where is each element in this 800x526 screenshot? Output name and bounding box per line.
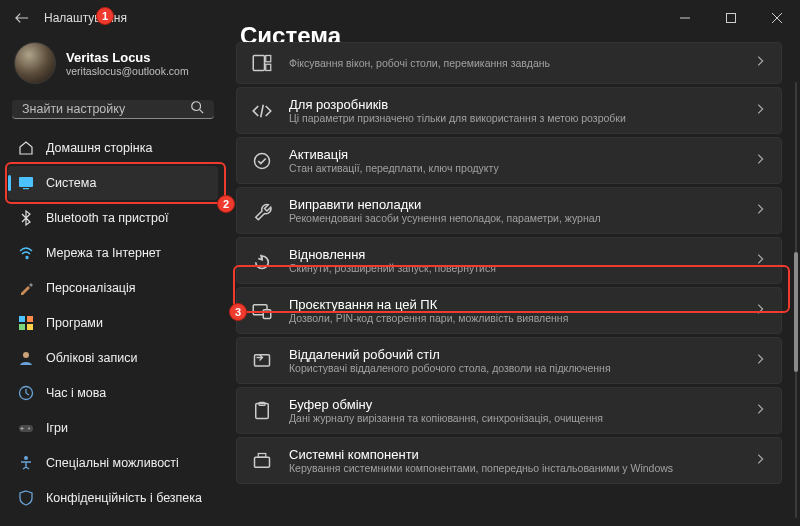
- home-icon: [18, 140, 34, 156]
- time-icon: [18, 385, 34, 401]
- settings-item-activation[interactable]: АктиваціяСтан активації, передплати, клю…: [236, 137, 782, 184]
- nav-list: Домашня сторінкаСистемаBluetooth та прис…: [4, 131, 222, 526]
- chevron-right-icon: [753, 152, 767, 170]
- system-icon: [18, 175, 34, 191]
- item-title: Відновлення: [289, 247, 753, 262]
- settings-item-multitask[interactable]: Фіксування вікон, робочі столи, перемика…: [236, 42, 782, 84]
- item-subtitle: Скинути, розширений запуск, повернутися: [289, 262, 753, 274]
- nav-item-time[interactable]: Час і мова: [8, 376, 218, 410]
- chevron-right-icon: [753, 452, 767, 470]
- item-title: Проєктування на цей ПК: [289, 297, 753, 312]
- components-icon: [251, 450, 273, 472]
- wifi-icon: [18, 245, 34, 261]
- nav-label: Облікові записи: [46, 351, 138, 365]
- recovery-icon: [251, 250, 273, 272]
- profile-email: veritaslocus@outlook.com: [66, 65, 189, 77]
- bluetooth-icon: [18, 210, 34, 226]
- profile-block[interactable]: Veritas Locus veritaslocus@outlook.com: [4, 36, 222, 100]
- search-box[interactable]: [12, 100, 214, 119]
- nav-item-apps[interactable]: Програми: [8, 306, 218, 340]
- item-subtitle: Фіксування вікон, робочі столи, перемика…: [289, 57, 753, 69]
- chevron-right-icon: [753, 252, 767, 270]
- profile-name: Veritas Locus: [66, 50, 189, 65]
- svg-point-1: [192, 102, 201, 111]
- nav-item-home[interactable]: Домашня сторінка: [8, 131, 218, 165]
- item-title: Для розробників: [289, 97, 753, 112]
- annotation-badge-1: 1: [96, 7, 114, 25]
- settings-item-dev[interactable]: Для розробниківЦі параметри призначено т…: [236, 87, 782, 134]
- settings-item-remote[interactable]: Віддалений робочий стілКористувачі відда…: [236, 337, 782, 384]
- nav-item-brush[interactable]: Персоналізація: [8, 271, 218, 305]
- item-subtitle: Дані журналу вирізання та копіювання, си…: [289, 412, 753, 424]
- games-icon: [18, 420, 34, 436]
- item-title: Віддалений робочий стіл: [289, 347, 753, 362]
- settings-item-troubleshoot[interactable]: Виправити неполадкиРекомендовані засоби …: [236, 187, 782, 234]
- nav-item-system[interactable]: Система: [8, 166, 218, 200]
- search-icon: [190, 100, 204, 118]
- project-icon: [251, 300, 273, 322]
- item-subtitle: Дозволи, PIN-код створення пари, можливі…: [289, 312, 753, 324]
- nav-item-bluetooth[interactable]: Bluetooth та пристрої: [8, 201, 218, 235]
- nav-label: Спеціальні можливості: [46, 456, 179, 470]
- item-title: Виправити неполадки: [289, 197, 753, 212]
- item-subtitle: Керування системними компонентами, попер…: [289, 462, 753, 474]
- item-title: Системні компоненти: [289, 447, 753, 462]
- item-title: Активація: [289, 147, 753, 162]
- nav-label: Ігри: [46, 421, 68, 435]
- settings-item-project[interactable]: Проєктування на цей ПКДозволи, PIN-код с…: [236, 287, 782, 334]
- settings-item-recovery[interactable]: ВідновленняСкинути, розширений запуск, п…: [236, 237, 782, 284]
- nav-item-wifi[interactable]: Мережа та Інтернет: [8, 236, 218, 270]
- sidebar: Veritas Locus veritaslocus@outlook.com Д…: [0, 36, 226, 526]
- account-icon: [18, 350, 34, 366]
- nav-item-update[interactable]: Windows Update: [8, 516, 218, 526]
- dev-icon: [251, 100, 273, 122]
- apps-icon: [18, 315, 34, 331]
- nav-label: Домашня сторінка: [46, 141, 152, 155]
- nav-item-privacy[interactable]: Конфіденційність і безпека: [8, 481, 218, 515]
- item-subtitle: Стан активації, передплати, ключ продукт…: [289, 162, 753, 174]
- scrollbar-thumb[interactable]: [794, 252, 798, 372]
- clipboard-icon: [251, 400, 273, 422]
- nav-label: Bluetooth та пристрої: [46, 211, 168, 225]
- settings-item-components[interactable]: Системні компонентиКерування системними …: [236, 437, 782, 484]
- main-panel: Система Фіксування вікон, робочі столи, …: [226, 22, 800, 526]
- item-subtitle: Користувачі віддаленого робочого стола, …: [289, 362, 753, 374]
- window-title: Налаштування: [44, 11, 127, 25]
- privacy-icon: [18, 490, 34, 506]
- avatar: [14, 42, 56, 84]
- search-input[interactable]: [22, 102, 172, 116]
- nav-label: Персоналізація: [46, 281, 136, 295]
- access-icon: [18, 455, 34, 471]
- remote-icon: [251, 350, 273, 372]
- nav-item-account[interactable]: Облікові записи: [8, 341, 218, 375]
- settings-item-clipboard[interactable]: Буфер обмінуДані журналу вирізання та ко…: [236, 387, 782, 434]
- annotation-badge-2: 2: [217, 195, 235, 213]
- item-subtitle: Рекомендовані засоби усунення неполадок,…: [289, 212, 753, 224]
- chevron-right-icon: [753, 402, 767, 420]
- item-subtitle: Ці параметри призначено тільки для викор…: [289, 112, 753, 124]
- chevron-right-icon: [753, 102, 767, 120]
- troubleshoot-icon: [251, 200, 273, 222]
- activation-icon: [251, 150, 273, 172]
- nav-label: Конфіденційність і безпека: [46, 491, 202, 505]
- nav-label: Час і мова: [46, 386, 106, 400]
- chevron-right-icon: [753, 352, 767, 370]
- item-title: Буфер обміну: [289, 397, 753, 412]
- chevron-right-icon: [753, 202, 767, 220]
- back-button[interactable]: [14, 10, 30, 26]
- nav-item-access[interactable]: Спеціальні можливості: [8, 446, 218, 480]
- nav-label: Система: [46, 176, 96, 190]
- settings-list: Фіксування вікон, робочі столи, перемика…: [236, 58, 782, 484]
- nav-label: Програми: [46, 316, 103, 330]
- annotation-badge-3: 3: [229, 303, 247, 321]
- chevron-right-icon: [753, 302, 767, 320]
- nav-label: Мережа та Інтернет: [46, 246, 161, 260]
- nav-item-games[interactable]: Ігри: [8, 411, 218, 445]
- chevron-right-icon: [753, 54, 767, 72]
- brush-icon: [18, 280, 34, 296]
- multitask-icon: [251, 52, 273, 74]
